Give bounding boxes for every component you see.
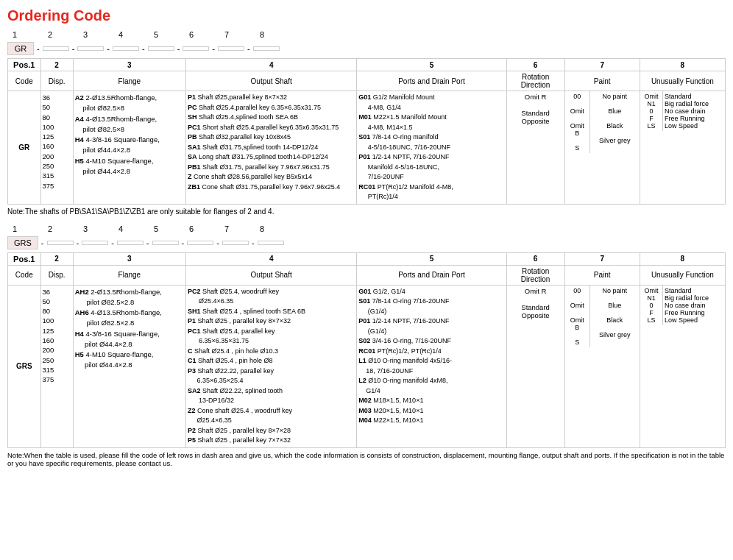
- gr-data-row: GR 365080100125160200250315375 A2 2-Ø13.…: [8, 91, 726, 205]
- gr-h-6: 6: [506, 59, 564, 71]
- grs-output-list: PC2 Shaft Ø25.4, woodruff key Ø25.4×6.35…: [188, 287, 355, 446]
- gr-h-3: 3: [73, 59, 185, 71]
- gr-col2-num: 2: [43, 30, 57, 39]
- gr-col3-num: 3: [78, 30, 93, 39]
- gr-h-7: 7: [564, 59, 640, 71]
- grs-box3: [82, 241, 108, 245]
- gr-h-5: 5: [357, 59, 506, 71]
- gr-box8: [253, 46, 280, 51]
- gr-sh-flange: Flange: [73, 71, 185, 91]
- grs-h-pos: Pos.1: [8, 252, 41, 265]
- gr-sh-paint: Paint: [564, 71, 640, 91]
- gr-col5-num: 5: [149, 30, 163, 39]
- gr-output-list: P1 Shaft Ø25,parallel key 8×7×32 PC Shaf…: [188, 93, 355, 192]
- gr-sh-output: Output Shaft: [186, 71, 357, 91]
- section-grs: 1 2 3 4 5 6 7 8 GRS - - - - - - -: [7, 224, 726, 467]
- grs-box5: [152, 241, 179, 245]
- grs-model-box: GRS: [7, 236, 38, 249]
- grs-sh-rotation: Rotation Direction: [506, 265, 564, 285]
- gr-box7: [218, 46, 244, 51]
- gr-col4-num: 4: [113, 30, 128, 39]
- gr-table: Pos.1 2 3 4 5 6 7 8 Code Disp. Flange Ou…: [7, 58, 726, 205]
- gr-note: Note:The shafts of PB\SA1\SA\PB1\Z\ZB1 a…: [7, 208, 726, 216]
- grs-unusual-cell: OmitN10FLS StandardBig radial forceNo ca…: [640, 285, 725, 447]
- gr-sh-code: Code: [8, 71, 41, 91]
- grs-output-cell: PC2 Shaft Ø25.4, woodruff key Ø25.4×6.35…: [186, 285, 357, 447]
- grs-h-4: 4: [186, 252, 357, 265]
- gr-code-cell: GR: [8, 91, 41, 205]
- grs-col7-num: 7: [219, 224, 234, 233]
- grs-sh-code: Code: [8, 265, 41, 285]
- grs-box7: [222, 241, 249, 245]
- grs-h-7: 7: [564, 252, 640, 265]
- grs-data-row: GRS 365080100125160200250315375 AH2 2-Ø1…: [8, 285, 726, 447]
- grs-h-8: 8: [640, 252, 725, 265]
- grs-sh-paint: Paint: [564, 265, 640, 285]
- grs-subheader-row: Code Disp. Flange Output Shaft Ports and…: [8, 265, 726, 285]
- grs-disp-cell: 365080100125160200250315375: [40, 285, 73, 447]
- grs-sh-output: Output Shaft: [186, 265, 357, 285]
- grs-col2-num: 2: [43, 224, 57, 233]
- section-gr: 1 2 3 4 5 6 7 8 GR - - - - - - -: [7, 30, 726, 216]
- gr-subheader-row: Code Disp. Flange Output Shaft Ports and…: [8, 71, 726, 91]
- gr-flange-list: A2 2-Ø13.5Rhomb-flange, pilot Ø82.5×8 A4…: [75, 93, 184, 177]
- grs-header-row: Pos.1 2 3 4 5 6 7 8: [8, 252, 726, 265]
- grs-code-row: 1 2 3 4 5 6 7 8: [7, 224, 726, 233]
- grs-col6-num: 6: [184, 224, 199, 233]
- grs-col4-num: 4: [113, 224, 128, 233]
- grs-col5-num: 5: [149, 224, 163, 233]
- gr-h-4: 4: [186, 59, 357, 71]
- gr-sh-unusual: Unusually Function: [640, 71, 725, 91]
- gr-flange-cell: A2 2-Ø13.5Rhomb-flange, pilot Ø82.5×8 A4…: [73, 91, 185, 205]
- grs-paint-cell: 00OmitOmitBS No paintBlueBlackSilver gre…: [564, 285, 640, 447]
- gr-code-row: 1 2 3 4 5 6 7 8: [7, 30, 726, 39]
- gr-box5: [148, 46, 174, 51]
- gr-rotation-cell: Omit RStandardOpposite: [506, 91, 564, 205]
- gr-port-list: G01 G1/2 Manifold Mount 4-M8, G1/4 M01 M…: [358, 93, 504, 202]
- grs-note: Note:When the table is used, please fill…: [7, 451, 726, 467]
- grs-sh-unusual: Unusually Function: [640, 265, 725, 285]
- gr-model-box: GR: [7, 42, 34, 55]
- grs-rotation-cell: Omit RStandardOpposite: [506, 285, 564, 447]
- gr-ports-cell: G01 G1/2 Manifold Mount 4-M8, G1/4 M01 M…: [357, 91, 506, 205]
- gr-sh-rotation: Rotation Direction: [506, 71, 564, 91]
- grs-code-cell: GRS: [8, 285, 41, 447]
- gr-h-8: 8: [640, 59, 725, 71]
- gr-sh-disp: Disp.: [40, 71, 73, 91]
- gr-unusual-cell: OmitN10FLS StandardBig radial forceNo ca…: [640, 91, 725, 205]
- grs-table: Pos.1 2 3 4 5 6 7 8 Code Disp. Flange Ou…: [7, 252, 726, 448]
- gr-col8-num: 8: [255, 30, 269, 39]
- gr-box3: [77, 46, 104, 51]
- gr-col6-num: 6: [184, 30, 199, 39]
- grs-flange-cell: AH2 2-Ø13.5Rhomb-flange, pilot Ø82.5×2.8…: [73, 285, 185, 447]
- gr-h-pos: Pos.1: [8, 59, 41, 71]
- gr-col1-num: 1: [7, 30, 22, 39]
- grs-col8-num: 8: [255, 224, 269, 233]
- grs-h-6: 6: [506, 252, 564, 265]
- grs-box8: [258, 241, 284, 245]
- gr-box2: [43, 46, 69, 51]
- grs-sh-ports: Ports and Drain Port: [357, 265, 506, 285]
- grs-rotation-content: Omit RStandardOpposite: [509, 287, 563, 319]
- grs-model-row: GRS - - - - - - -: [7, 236, 726, 249]
- grs-box2: [47, 241, 74, 245]
- gr-rotation-content: Omit RStandardOpposite: [509, 93, 563, 125]
- grs-disp-list: 365080100125160200250315375: [43, 287, 71, 385]
- gr-h-2: 2: [40, 59, 73, 71]
- gr-disp-cell: 365080100125160200250315375: [40, 91, 73, 205]
- grs-box4: [117, 241, 144, 245]
- page-title: Ordering Code: [7, 7, 726, 24]
- grs-h-3: 3: [73, 252, 185, 265]
- gr-disp-list: 365080100125160200250315375: [43, 93, 71, 191]
- grs-h-5: 5: [357, 252, 506, 265]
- gr-box6: [183, 46, 209, 51]
- grs-sh-flange: Flange: [73, 265, 185, 285]
- grs-ports-cell: G01 G1/2, G1/4 S01 7/8-14 O-ring 7/16-20…: [357, 285, 506, 447]
- grs-sh-disp: Disp.: [40, 265, 73, 285]
- gr-sh-ports: Ports and Drain Port: [357, 71, 506, 91]
- grs-box6: [187, 241, 213, 245]
- gr-output-cell: P1 Shaft Ø25,parallel key 8×7×32 PC Shaf…: [186, 91, 357, 205]
- gr-box4: [113, 46, 139, 51]
- grs-port-list: G01 G1/2, G1/4 S01 7/8-14 O-ring 7/16-20…: [358, 287, 504, 426]
- gr-header-row: Pos.1 2 3 4 5 6 7 8: [8, 59, 726, 71]
